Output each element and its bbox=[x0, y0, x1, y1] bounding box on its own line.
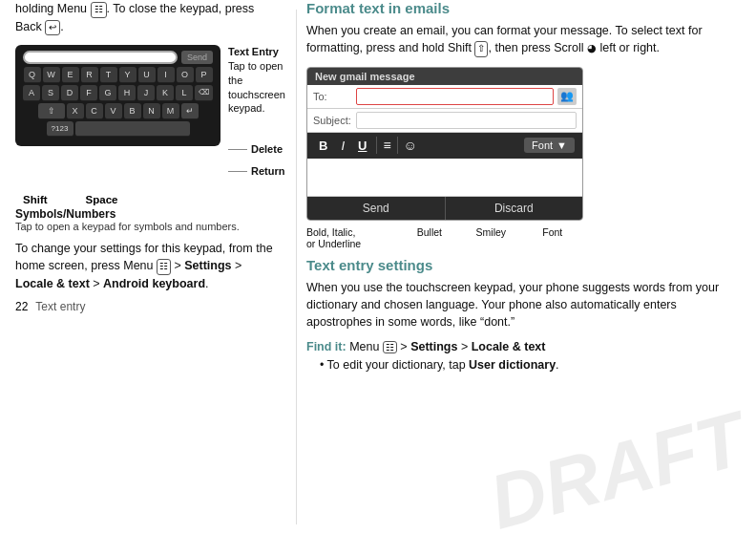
space-label: Space bbox=[86, 194, 118, 205]
symbols-section: Symbols/Numbers Tap to open a keypad for… bbox=[15, 207, 281, 232]
gmail-titlebar: New gmail message bbox=[307, 68, 582, 85]
key-w[interactable]: W bbox=[43, 67, 60, 83]
key-o[interactable]: O bbox=[177, 67, 194, 83]
text-entry-settings-body: When you use the touchscreen keypad, you… bbox=[306, 279, 741, 331]
find-it-label: Find it: bbox=[306, 340, 346, 353]
gmail-to-field: To: 👥 bbox=[307, 85, 582, 109]
delete-callout-label: Delete bbox=[251, 142, 283, 157]
keyboard-callouts: Text Entry Tap to open the touchscreen k… bbox=[228, 45, 285, 194]
page-info: 22 Text entry bbox=[15, 300, 281, 313]
italic-button[interactable]: I bbox=[337, 137, 348, 155]
smiley-button[interactable]: ☺ bbox=[404, 138, 417, 153]
text-entry-settings-title: Text entry settings bbox=[306, 257, 741, 273]
gmail-to-input[interactable] bbox=[356, 88, 554, 105]
send-key: Send bbox=[181, 51, 213, 64]
legend-bullet: Bullet bbox=[399, 226, 460, 249]
key-return[interactable]: ↵ bbox=[181, 103, 199, 119]
gmail-send-button[interactable]: Send bbox=[307, 197, 446, 220]
key-q[interactable]: Q bbox=[24, 67, 41, 83]
page-number: 22 bbox=[15, 300, 28, 313]
return-callout-label: Return bbox=[251, 164, 284, 179]
key-v[interactable]: V bbox=[105, 103, 122, 119]
text-entry-callout-desc: Tap to open the touchscreen keypad. bbox=[228, 60, 285, 115]
key-k[interactable]: K bbox=[157, 85, 174, 101]
key-d[interactable]: D bbox=[61, 85, 78, 101]
key-p[interactable]: P bbox=[196, 67, 213, 83]
gmail-to-label: To: bbox=[313, 91, 356, 102]
gmail-contact-icon[interactable]: 👥 bbox=[557, 88, 577, 105]
legend-bold-italic-line1: Bold, Italic, bbox=[306, 226, 399, 238]
keyboard-row-3: ⇧ X C V B N M ↵ bbox=[23, 103, 213, 119]
keyboard-image: Send Q W E R T Y U I O P A bbox=[15, 45, 220, 146]
legend-smiley: Smiley bbox=[460, 226, 521, 249]
key-c[interactable]: C bbox=[86, 103, 103, 119]
key-m[interactable]: M bbox=[162, 103, 179, 119]
key-space[interactable] bbox=[75, 121, 190, 137]
key-y[interactable]: Y bbox=[119, 67, 136, 83]
legend-font: Font bbox=[522, 226, 583, 249]
gmail-subject-input[interactable] bbox=[356, 112, 577, 129]
key-del[interactable]: ⌫ bbox=[195, 85, 213, 101]
bottom-keyboard-labels: Shift Space bbox=[23, 194, 281, 205]
dropdown-arrow-icon: ▼ bbox=[556, 139, 567, 151]
key-i[interactable]: I bbox=[158, 67, 175, 83]
text-entry-callout: Text Entry Tap to open the touchscreen k… bbox=[228, 45, 285, 116]
settings-paragraph: To change your settings for this keypad,… bbox=[15, 240, 281, 292]
key-shift[interactable]: ⇧ bbox=[38, 103, 65, 119]
format-title: Format text in emails bbox=[306, 0, 741, 16]
keyboard-row-2: A S D F G H J K L ⌫ bbox=[23, 85, 213, 101]
keyboard-row-1: Q W E R T Y U I O P bbox=[23, 67, 213, 83]
page-section: Text entry bbox=[35, 300, 85, 313]
gmail-toolbar: B I U ≡ ☺ Font ▼ bbox=[307, 133, 582, 159]
legend-bold-italic: Bold, Italic, or Underline bbox=[306, 226, 399, 249]
font-label: Font bbox=[532, 139, 553, 151]
key-x[interactable]: X bbox=[67, 103, 84, 119]
key-j[interactable]: J bbox=[137, 85, 155, 101]
gmail-body[interactable] bbox=[307, 159, 582, 197]
key-g[interactable]: G bbox=[99, 85, 116, 101]
symbols-desc: Tap to open a keypad for symbols and num… bbox=[15, 221, 281, 232]
underline-button[interactable]: U bbox=[354, 137, 370, 155]
gmail-mockup: New gmail message To: 👥 Subject: B I U ≡ bbox=[306, 67, 583, 221]
key-b[interactable]: B bbox=[124, 103, 141, 119]
key-h[interactable]: H bbox=[118, 85, 136, 101]
symbols-label: Symbols/Numbers bbox=[15, 207, 281, 221]
key-r[interactable]: R bbox=[81, 67, 98, 83]
gmail-legend: Bold, Italic, or Underline Bullet Smiley… bbox=[306, 226, 583, 249]
key-a[interactable]: A bbox=[23, 85, 40, 101]
gmail-subject-label: Subject: bbox=[313, 115, 356, 126]
format-body: When you create an email, you can format… bbox=[306, 22, 741, 57]
font-button[interactable]: Font ▼ bbox=[524, 138, 575, 153]
gmail-action-bar: Send Discard bbox=[307, 197, 582, 220]
shift-label: Shift bbox=[23, 194, 48, 205]
key-u[interactable]: U bbox=[138, 67, 156, 83]
key-f[interactable]: F bbox=[80, 85, 97, 101]
key-n[interactable]: N bbox=[143, 103, 160, 119]
key-e[interactable]: E bbox=[62, 67, 79, 83]
key-t[interactable]: T bbox=[100, 67, 117, 83]
toolbar-separator-2 bbox=[397, 137, 398, 154]
key-numbers[interactable]: ?123 bbox=[47, 121, 74, 137]
gmail-subject-field: Subject: bbox=[307, 109, 582, 133]
bullet-item: • To edit your dictionary, tap User dict… bbox=[320, 357, 741, 374]
find-it-row: Find it: Menu ☷ > Settings > Locale & te… bbox=[306, 340, 741, 353]
key-s[interactable]: S bbox=[42, 85, 59, 101]
toolbar-separator-1 bbox=[376, 137, 377, 154]
keyboard-diagram: Send Q W E R T Y U I O P A bbox=[15, 45, 281, 194]
intro-text: holding Menu ☷. To close the keypad, pre… bbox=[15, 0, 281, 35]
left-column: holding Menu ☷. To close the keypad, pre… bbox=[0, 0, 296, 534]
right-column: Format text in emails When you create an… bbox=[297, 0, 756, 534]
legend-bold-italic-line2: or Underline bbox=[306, 238, 399, 249]
return-callout: Return bbox=[228, 164, 285, 179]
delete-callout: Delete bbox=[228, 142, 285, 157]
gmail-discard-button[interactable]: Discard bbox=[446, 197, 583, 220]
keyboard-row-4: ?123 bbox=[23, 121, 213, 137]
text-entry-callout-title: Text Entry bbox=[228, 46, 279, 57]
bold-button[interactable]: B bbox=[315, 137, 331, 155]
key-l[interactable]: L bbox=[176, 85, 193, 101]
bullet-button[interactable]: ≡ bbox=[383, 138, 390, 153]
